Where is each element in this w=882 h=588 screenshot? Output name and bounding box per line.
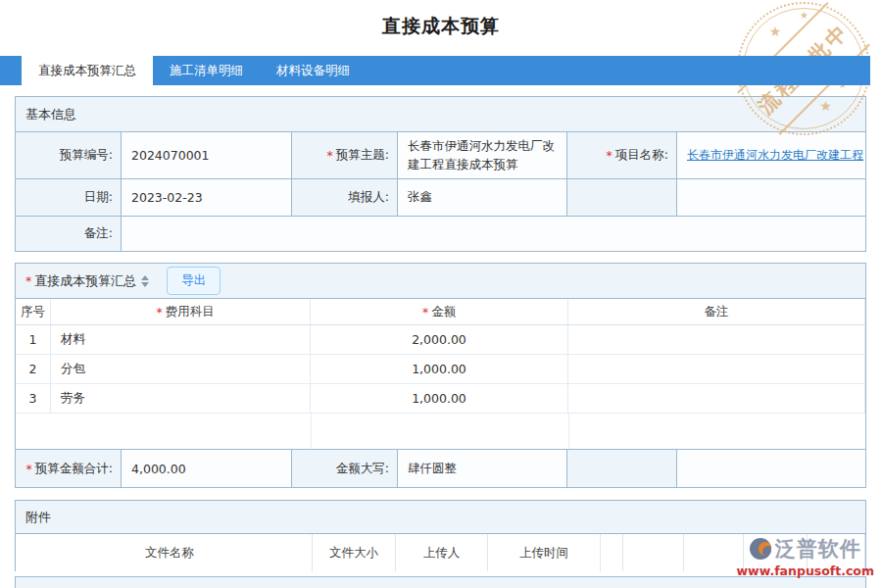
row-amount: 2,000.00 [311,325,568,354]
col-header-amount: *金额 [311,299,568,324]
row-amount: 1,000.00 [311,384,568,413]
remark-label: 备注: [16,217,122,251]
col-header-no: 序号 [16,299,51,324]
basic-info-row-1: 预算编号: 2024070001 *预算主题: 长春市伊通河水力发电厂改建工程直… [16,132,865,179]
required-mark: * [26,462,32,476]
col-header-upload-time: 上传时间 [488,534,601,571]
budget-no-label: 预算编号: [16,132,122,178]
total-row: *预算金额合计: 4,000.00 金额大写: 肆仟圆整 [16,449,865,487]
required-mark: * [156,305,162,319]
page: 直接成本预算 直接成本预算汇总 施工清单明细 材料设备明细 ★ ★ ★ ★ ★ … [0,0,882,588]
basic-info-row-3: 备注: [16,217,865,251]
table-row: 3 劳务 1,000.00 [16,384,865,414]
empty-value-cell [677,179,865,216]
tab-construction-list-detail[interactable]: 施工清单明细 [153,56,260,85]
empty-column [684,534,744,571]
amount-words-label: 金额大写: [292,450,398,487]
col-header-remark: 备注 [568,299,865,324]
cost-summary-title: 直接成本预算汇总 [34,272,136,290]
required-mark: * [25,273,31,288]
cost-summary-section: * 直接成本预算汇总 导出 序号 *费用科目 *金额 备注 1 材料 2,000… [15,263,866,488]
row-amount: 1,000.00 [311,355,568,383]
table-empty-area [16,414,865,449]
tab-bar: 直接成本预算汇总 施工清单明细 材料设备明细 [0,56,870,85]
cost-summary-header: * 直接成本预算汇总 导出 [16,264,865,299]
column-divider [568,414,569,449]
required-mark: * [607,148,612,163]
fanpu-logo-icon [750,538,771,560]
subject-value: 长春市伊通河水力发电厂改建工程直接成本预算 [398,132,567,178]
row-no: 1 [16,325,51,354]
required-mark: * [327,148,333,163]
required-mark: * [422,305,428,319]
project-link[interactable]: 长春市伊通河水力发电厂改建工程 [687,147,863,164]
row-no: 3 [16,384,51,413]
brand-name: 泛普软件 [775,535,861,563]
project-label: *项目名称: [567,132,677,178]
budget-no-value: 2024070001 [122,132,292,178]
reporter-label: 填报人: [292,179,398,216]
empty-column [601,534,623,571]
table-row: 2 分包 1,000.00 [16,355,865,384]
amount-words-value: 肆仟圆整 [398,450,567,487]
page-title: 直接成本预算 [0,14,882,39]
tab-material-equipment-detail[interactable]: 材料设备明细 [260,56,367,85]
reporter-value: 张鑫 [398,179,567,216]
subject-label: *预算主题: [292,132,398,178]
col-header-file-size: 文件大小 [313,534,396,571]
row-remark [568,384,865,413]
attachments-header: 附件 [16,501,865,534]
empty-label-cell [567,179,677,216]
row-no: 2 [16,355,51,383]
date-value: 2023-02-23 [122,179,292,216]
project-value: 长春市伊通河水力发电厂改建工程 [677,132,865,178]
basic-info-row-2: 日期: 2023-02-23 填报人: 张鑫 [16,179,865,217]
tab-direct-cost-summary[interactable]: 直接成本预算汇总 [22,56,153,85]
table-row: 1 材料 2,000.00 [16,325,865,355]
col-header-file-name: 文件名称 [16,534,313,571]
date-label: 日期: [16,179,122,216]
row-subject: 劳务 [51,384,311,413]
remark-value [122,217,865,251]
cost-summary-column-headers: 序号 *费用科目 *金额 备注 [16,299,865,325]
column-divider [311,414,312,449]
empty-value-cell [677,450,865,487]
empty-column [623,534,684,571]
total-value: 4,000.00 [122,450,292,487]
col-header-uploader: 上传人 [396,534,488,571]
row-remark [568,355,865,383]
brand-url: www.fanpusoft.com [737,564,874,578]
empty-label-cell [567,450,677,487]
row-subject: 材料 [51,325,311,354]
total-label: *预算金额合计: [16,450,122,487]
sort-icon[interactable] [141,275,149,287]
brand-watermark: 泛普软件 www.fanpusoft.com [737,535,874,578]
row-remark [568,325,865,354]
row-subject: 分包 [51,355,311,383]
export-button[interactable]: 导出 [167,267,220,295]
col-header-subject: *费用科目 [51,299,311,324]
basic-info-header: 基本信息 [16,97,865,132]
basic-info-section: 基本信息 预算编号: 2024070001 *预算主题: 长春市伊通河水力发电厂… [15,96,866,252]
